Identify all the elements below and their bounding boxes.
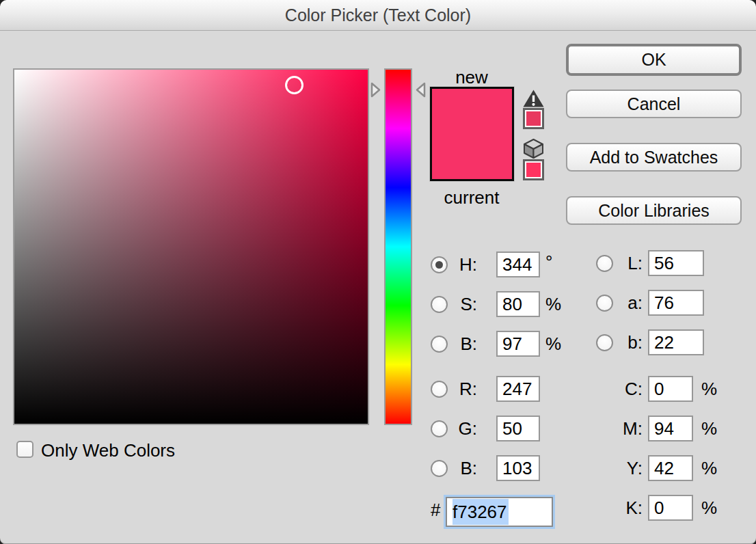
input-h[interactable]	[496, 251, 540, 277]
current-color-swatch[interactable]	[432, 134, 512, 179]
unit-k: %	[701, 495, 717, 521]
label-l: L:	[610, 250, 643, 276]
unit-y: %	[701, 455, 717, 481]
label-s: S:	[444, 291, 477, 317]
label-b-lab: b:	[610, 329, 643, 355]
label-k: K:	[610, 495, 643, 521]
label-m: M:	[610, 416, 643, 441]
input-r[interactable]	[496, 376, 540, 402]
input-a[interactable]	[648, 290, 704, 316]
hue-slider[interactable]	[384, 68, 412, 425]
new-color-swatch	[432, 89, 512, 134]
label-c: C:	[610, 376, 643, 402]
new-current-swatch	[430, 87, 514, 181]
gamut-warning-icon[interactable]	[522, 89, 545, 108]
color-picker-dialog: Color Picker (Text Color) new current OK…	[0, 0, 756, 544]
web-safe-swatch[interactable]	[523, 159, 544, 180]
color-libraries-button[interactable]: Color Libraries	[566, 196, 742, 225]
label-h: H:	[444, 251, 477, 277]
unit-m: %	[701, 416, 717, 441]
cancel-button[interactable]: Cancel	[566, 90, 742, 118]
unit-b-brightness: %	[545, 331, 561, 357]
hue-slider-left-arrow-icon[interactable]	[369, 81, 382, 99]
new-color-label: new	[417, 67, 526, 88]
input-s[interactable]	[496, 291, 540, 317]
input-m[interactable]	[648, 416, 693, 441]
label-y: Y:	[610, 455, 643, 481]
input-l[interactable]	[648, 250, 704, 276]
hex-hash-label: #	[431, 500, 440, 521]
input-k[interactable]	[648, 495, 693, 521]
label-b-brightness: B:	[444, 331, 477, 357]
label-a: a:	[610, 290, 643, 316]
unit-h: °	[545, 249, 552, 275]
input-g[interactable]	[496, 416, 540, 441]
label-g: G:	[444, 416, 477, 441]
input-b-blue[interactable]	[496, 455, 540, 481]
current-color-label: current	[417, 187, 526, 208]
dialog-title: Color Picker (Text Color)	[0, 0, 756, 31]
input-c[interactable]	[648, 376, 693, 402]
web-safe-cube-icon[interactable]	[522, 137, 545, 160]
input-b-lab[interactable]	[648, 329, 704, 355]
input-b-brightness[interactable]	[496, 331, 540, 357]
gamut-corrected-swatch[interactable]	[523, 108, 544, 129]
ok-button[interactable]: OK	[566, 44, 742, 76]
hex-input[interactable]: f73267	[446, 497, 553, 527]
hex-selected-text: f73267	[453, 499, 509, 525]
add-to-swatches-button[interactable]: Add to Swatches	[566, 143, 742, 172]
only-web-colors-label: Only Web Colors	[41, 440, 175, 461]
label-b-blue: B:	[444, 455, 477, 481]
only-web-colors-checkbox[interactable]	[16, 441, 33, 458]
label-r: R:	[444, 376, 477, 402]
color-marker[interactable]	[285, 76, 303, 94]
saturation-brightness-field[interactable]	[13, 68, 369, 425]
unit-c: %	[701, 376, 717, 402]
input-y[interactable]	[648, 455, 693, 481]
unit-s: %	[545, 291, 561, 317]
